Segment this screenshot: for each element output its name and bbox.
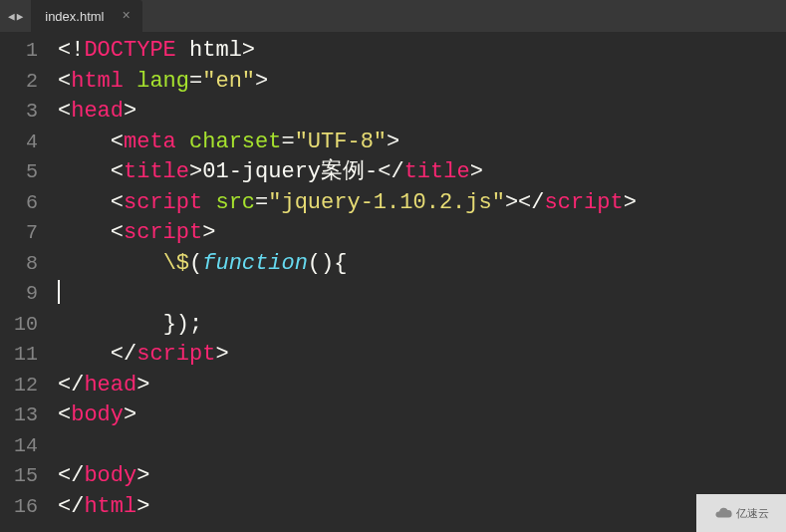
- tab-label: index.html: [45, 9, 104, 24]
- line-number: 14: [0, 431, 52, 462]
- line-number: 4: [0, 128, 52, 158]
- editor[interactable]: 1 2 3 4 5 6 7 8 9 10 11 12 13 14 15 16 <…: [0, 32, 786, 532]
- code-area[interactable]: <!DOCTYPE html> <html lang="en"> <head> …: [52, 32, 786, 532]
- line-number: 10: [0, 310, 52, 341]
- line-number: 3: [0, 97, 52, 128]
- text-cursor: [58, 280, 60, 304]
- code-line: </head>: [58, 371, 786, 401]
- title-bar: ◀ ▶ index.html ×: [0, 0, 786, 32]
- nav-forward-icon[interactable]: ▶: [17, 10, 24, 23]
- code-line: <head>: [58, 97, 786, 128]
- line-number: 6: [0, 188, 52, 219]
- line-number: 16: [0, 492, 52, 523]
- code-line: <html lang="en">: [58, 67, 786, 98]
- line-number: 12: [0, 371, 52, 401]
- line-number: 2: [0, 67, 52, 98]
- code-line: </script>: [58, 340, 786, 371]
- watermark-text: 亿速云: [736, 506, 769, 521]
- line-number: 15: [0, 461, 52, 492]
- gutter: 1 2 3 4 5 6 7 8 9 10 11 12 13 14 15 16: [0, 32, 52, 532]
- code-line: <!DOCTYPE html>: [58, 36, 786, 67]
- code-line: <script>: [58, 218, 786, 249]
- code-line: </html>: [58, 492, 786, 523]
- nav-arrows: ◀ ▶: [0, 10, 31, 23]
- code-line: \$(function(){: [58, 249, 786, 280]
- tabbar-empty: [142, 0, 786, 32]
- code-line: <title>01-jquery案例-</title>: [58, 157, 786, 188]
- line-number: 13: [0, 400, 52, 431]
- code-line: [58, 431, 786, 462]
- code-line: </body>: [58, 461, 786, 492]
- line-number: 1: [0, 36, 52, 67]
- nav-back-icon[interactable]: ◀: [8, 10, 15, 23]
- line-number: 8: [0, 249, 52, 280]
- line-number: 5: [0, 157, 52, 188]
- code-line: });: [58, 310, 786, 341]
- close-icon[interactable]: ×: [123, 9, 131, 23]
- code-line: [58, 279, 786, 310]
- watermark: 亿速云: [696, 494, 786, 532]
- line-number: 11: [0, 340, 52, 371]
- code-line: <meta charset="UTF-8">: [58, 128, 786, 158]
- file-tab[interactable]: index.html ×: [31, 0, 142, 32]
- code-line: <body>: [58, 400, 786, 431]
- line-number: 9: [0, 279, 52, 310]
- line-number: 7: [0, 218, 52, 249]
- code-line: <script src="jquery-1.10.2.js"></script>: [58, 188, 786, 219]
- cloud-icon: [714, 504, 732, 522]
